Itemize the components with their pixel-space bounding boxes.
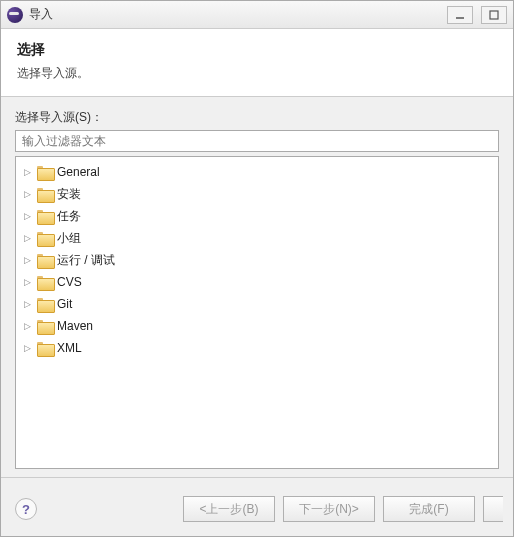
finish-button[interactable]: 完成(F) bbox=[383, 496, 475, 522]
chevron-right-icon[interactable]: ▷ bbox=[22, 321, 33, 332]
svg-rect-1 bbox=[490, 11, 498, 19]
chevron-right-icon[interactable]: ▷ bbox=[22, 167, 33, 178]
tree-item-label: General bbox=[57, 165, 100, 179]
maximize-button[interactable] bbox=[481, 6, 507, 24]
chevron-right-icon[interactable]: ▷ bbox=[22, 189, 33, 200]
tree-item[interactable]: ▷ General bbox=[22, 161, 492, 183]
dialog-footer: ? <上一步(B) 下一步(N)> 完成(F) bbox=[1, 477, 513, 536]
cancel-button-partial[interactable] bbox=[483, 496, 503, 522]
source-tree[interactable]: ▷ General ▷ 安装 ▷ 任务 ▷ 小组 ▷ bbox=[15, 156, 499, 469]
header-title: 选择 bbox=[17, 41, 497, 59]
tree-item[interactable]: ▷ 安装 bbox=[22, 183, 492, 205]
next-button[interactable]: 下一步(N)> bbox=[283, 496, 375, 522]
tree-item-label: XML bbox=[57, 341, 82, 355]
filter-input[interactable] bbox=[15, 130, 499, 152]
tree-item[interactable]: ▷ 小组 bbox=[22, 227, 492, 249]
tree-item-label: 运行 / 调试 bbox=[57, 252, 115, 269]
chevron-right-icon[interactable]: ▷ bbox=[22, 255, 33, 266]
dialog-header: 选择 选择导入源。 bbox=[1, 29, 513, 97]
tree-item[interactable]: ▷ XML bbox=[22, 337, 492, 359]
chevron-right-icon[interactable]: ▷ bbox=[22, 343, 33, 354]
tree-item-label: 小组 bbox=[57, 230, 81, 247]
source-label: 选择导入源(S)： bbox=[15, 109, 499, 126]
folder-icon bbox=[37, 298, 53, 311]
folder-icon bbox=[37, 276, 53, 289]
tree-item[interactable]: ▷ 运行 / 调试 bbox=[22, 249, 492, 271]
help-icon: ? bbox=[22, 502, 30, 517]
titlebar[interactable]: 导入 bbox=[1, 1, 513, 29]
folder-icon bbox=[37, 188, 53, 201]
tree-item[interactable]: ▷ Maven bbox=[22, 315, 492, 337]
maximize-icon bbox=[489, 10, 499, 20]
import-dialog: 导入 选择 选择导入源。 选择导入源(S)： ▷ General ▷ 安装 bbox=[0, 0, 514, 537]
tree-item-label: CVS bbox=[57, 275, 82, 289]
folder-icon bbox=[37, 166, 53, 179]
tree-item-label: Git bbox=[57, 297, 72, 311]
tree-item[interactable]: ▷ 任务 bbox=[22, 205, 492, 227]
help-button[interactable]: ? bbox=[15, 498, 37, 520]
window-title: 导入 bbox=[29, 6, 53, 23]
tree-item[interactable]: ▷ CVS bbox=[22, 271, 492, 293]
minimize-icon bbox=[455, 10, 465, 20]
chevron-right-icon[interactable]: ▷ bbox=[22, 277, 33, 288]
chevron-right-icon[interactable]: ▷ bbox=[22, 299, 33, 310]
eclipse-icon bbox=[7, 7, 23, 23]
tree-item-label: 安装 bbox=[57, 186, 81, 203]
folder-icon bbox=[37, 342, 53, 355]
tree-item-label: 任务 bbox=[57, 208, 81, 225]
header-subtitle: 选择导入源。 bbox=[17, 65, 497, 82]
chevron-right-icon[interactable]: ▷ bbox=[22, 233, 33, 244]
folder-icon bbox=[37, 210, 53, 223]
dialog-body: 选择导入源(S)： ▷ General ▷ 安装 ▷ 任务 ▷ 小组 bbox=[1, 97, 513, 477]
back-button[interactable]: <上一步(B) bbox=[183, 496, 275, 522]
tree-item[interactable]: ▷ Git bbox=[22, 293, 492, 315]
folder-icon bbox=[37, 254, 53, 267]
minimize-button[interactable] bbox=[447, 6, 473, 24]
folder-icon bbox=[37, 320, 53, 333]
folder-icon bbox=[37, 232, 53, 245]
chevron-right-icon[interactable]: ▷ bbox=[22, 211, 33, 222]
tree-item-label: Maven bbox=[57, 319, 93, 333]
